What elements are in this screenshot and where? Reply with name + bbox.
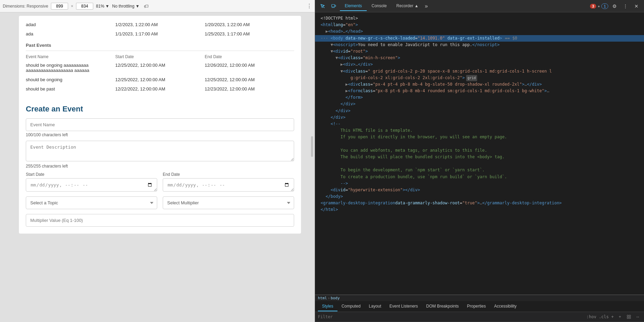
settings-icon[interactable]: ⚙: [610, 1, 619, 11]
code-line: The build step will place the bundled sc…: [315, 154, 644, 160]
zoom-select[interactable]: 81% ▼: [96, 4, 109, 9]
tab-computed[interactable]: Computed: [337, 302, 365, 311]
start-date-cell: 12/25/2022, 12:00:00 AM: [115, 77, 205, 82]
event-name-cell: should be ongoing aaaaaaaaaa aaaaaaaaaaa…: [26, 63, 115, 73]
bookmark-icon[interactable]: 🏷: [144, 3, 149, 9]
end-date-cell: 12/23/2022, 12:00:00 AM: [205, 86, 294, 92]
events-table: adad 1/2/2023, 1:22:00 AM 1/20/2023, 1:2…: [19, 16, 301, 98]
devtools-panel: Elements Console Recorder ▲ » 3 ● 1 ⚙ ⋮ …: [315, 0, 644, 322]
code-line: ▶ <div class="px-4 pt-4 pb-8 mb-4 bg-sla…: [315, 81, 644, 88]
code-line: ▶ <div>…</div>: [315, 61, 644, 68]
code-line: -->: [315, 180, 644, 187]
tab-dom-breakpoints[interactable]: DOM Breakpoints: [422, 302, 463, 311]
code-line: [315, 160, 644, 167]
viewport-content: adad 1/2/2023, 1:22:00 AM 1/20/2023, 1:2…: [19, 16, 301, 234]
table-headers: Event Name Start Date End Date: [26, 53, 294, 61]
inspect-icon[interactable]: [318, 1, 328, 11]
past-events-label: Past Events: [26, 43, 294, 51]
filter-bar: :hov .cls + + ↔: [315, 312, 644, 322]
tab-elements[interactable]: Elements: [340, 1, 367, 11]
error-badge: 3: [590, 4, 596, 9]
tab-accessibility[interactable]: Accessibility: [490, 302, 520, 311]
tab-recorder[interactable]: Recorder ▲: [391, 1, 423, 11]
warning-badge: 1: [601, 3, 608, 9]
table-row: adad 1/2/2023, 1:22:00 AM 1/20/2023, 1:2…: [26, 20, 294, 29]
breadcrumb-body[interactable]: body: [331, 296, 340, 300]
throttle-chevron-icon: ▼: [136, 4, 140, 9]
svg-rect-7: [629, 317, 631, 319]
tab-event-listeners[interactable]: Event Listeners: [385, 302, 422, 311]
code-line: </div>: [315, 101, 644, 107]
col-header-name: Event Name: [26, 54, 115, 59]
topic-select[interactable]: Select a Topic: [26, 196, 157, 209]
code-line: <!DOCTYPE html>: [315, 15, 644, 22]
code-line: This HTML file is a template.: [315, 127, 644, 134]
viewport: adad 1/2/2023, 1:22:00 AM 1/20/2023, 1:2…: [0, 12, 315, 322]
svg-rect-2: [335, 5, 336, 7]
devtools-more-tabs-icon[interactable]: »: [425, 3, 428, 9]
breadcrumb-html[interactable]: html: [318, 296, 327, 300]
start-date-cell: 12/25/2022, 12:00:00 AM: [115, 63, 205, 73]
start-date-cell: 1/2/2023, 1:22:00 AM: [115, 22, 205, 27]
start-date-label: Start Date: [26, 172, 157, 177]
add-style-rule-icon[interactable]: +: [616, 313, 623, 320]
code-line: </div>: [315, 114, 644, 121]
create-event-section: Create an Event 100/100 characters left …: [19, 98, 301, 234]
svg-rect-5: [629, 315, 631, 316]
event-description-input[interactable]: [26, 141, 294, 161]
code-line: </form>: [315, 94, 644, 101]
event-name-input[interactable]: [26, 118, 294, 131]
desc-char-count: 255/255 characters left: [26, 164, 294, 169]
code-line: </html>: [315, 206, 644, 213]
devtools-bottom: html › body Styles Computed Layout Event…: [315, 294, 644, 322]
table-row: ada 1/1/2023, 1:17:00 AM 1/25/2023, 1:17…: [26, 29, 294, 39]
col-header-end: End Date: [205, 54, 294, 59]
select-row: Select a Topic Select Multiplier: [26, 196, 294, 209]
end-date-cell: 1/25/2023, 1:17:00 AM: [205, 31, 294, 36]
event-name-cell: should be ongoing: [26, 77, 115, 82]
code-line: <div id="hyperwrite-extension"></div>: [315, 187, 644, 193]
end-date-input[interactable]: [163, 178, 294, 192]
filter-icons: + ↔: [616, 313, 641, 320]
code-line: ▼ <noscript>You need to enable JavaScrip…: [315, 42, 644, 48]
end-date-group: End Date: [163, 172, 294, 192]
code-line: To create a production bundle, use `npm …: [315, 174, 644, 180]
multiplier-select[interactable]: Select Multiplier: [163, 196, 294, 209]
code-line: ▶ <head>…</head>: [315, 28, 644, 35]
filter-hint: :hov .cls +: [587, 314, 614, 319]
more-options-icon[interactable]: ⋮: [307, 3, 312, 9]
width-input[interactable]: [51, 3, 68, 10]
create-event-title: Create an Event: [26, 105, 294, 114]
code-line: [315, 141, 644, 147]
throttle-select[interactable]: No throttling ▼: [112, 4, 140, 9]
toggle-css-classes-icon[interactable]: [625, 313, 632, 320]
filter-input[interactable]: [318, 314, 584, 319]
tab-properties[interactable]: Properties: [463, 302, 490, 311]
tab-styles[interactable]: Styles: [318, 302, 337, 311]
expand-styles-icon[interactable]: ↔: [634, 313, 641, 320]
height-input[interactable]: [76, 3, 93, 10]
code-line-body[interactable]: ··· <body data-new-gr-c-s-check-loaded="…: [315, 35, 644, 42]
device-toolbar-icon[interactable]: [329, 1, 339, 11]
html-code-panel[interactable]: <!DOCTYPE html> <html lang="en"> ▶ <head…: [315, 12, 644, 294]
date-row: Start Date End Date: [26, 172, 294, 192]
svg-rect-1: [332, 4, 335, 7]
code-line: To begin the development, run `npm start…: [315, 167, 644, 173]
close-devtools-icon[interactable]: ✕: [632, 1, 641, 11]
code-line: </div>: [315, 108, 644, 114]
code-line: If you open it directly in the browser, …: [315, 134, 644, 140]
code-line: You can add webfonts, meta tags, or anal…: [315, 147, 644, 154]
start-date-cell: 12/22/2022, 12:00:00 AM: [115, 86, 205, 92]
end-date-cell: 1/20/2023, 1:22:00 AM: [205, 22, 294, 27]
devtools-more-icon[interactable]: ⋮: [621, 1, 630, 11]
event-name-cell: ada: [26, 31, 115, 36]
tab-layout[interactable]: Layout: [365, 302, 385, 311]
event-name-cell: adad: [26, 22, 115, 27]
multiplier-value-input[interactable]: [26, 214, 294, 227]
viewport-scrollbar[interactable]: [311, 136, 313, 157]
start-date-input[interactable]: [26, 178, 157, 192]
code-line: ▼ <div id="root">: [315, 48, 644, 55]
code-line: <!--: [315, 121, 644, 127]
tab-console[interactable]: Console: [367, 1, 391, 11]
svg-rect-4: [627, 315, 629, 316]
